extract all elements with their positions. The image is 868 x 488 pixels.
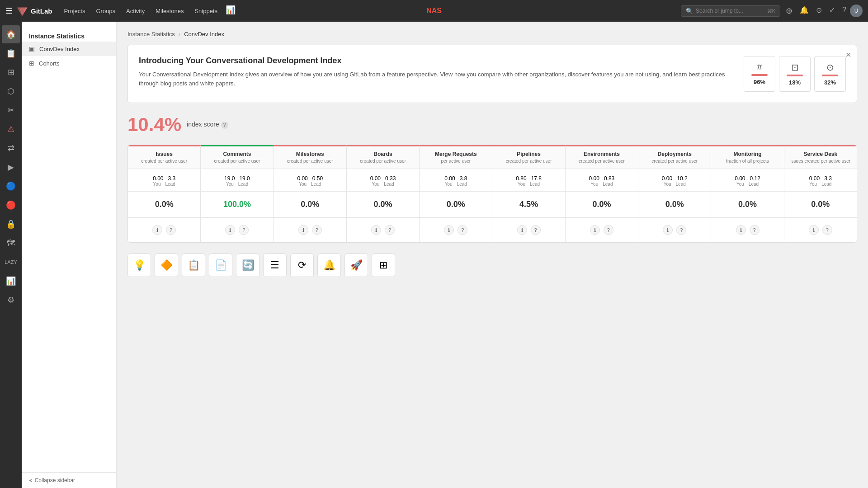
metric-help-btn-8[interactable]: ? (750, 225, 760, 235)
cycle-icon[interactable]: ⟳ (290, 253, 314, 277)
metric-pct-val-8: 0.0% (715, 196, 780, 213)
metric-help-btn-7[interactable]: ? (676, 225, 686, 235)
nav-groups[interactable]: Groups (91, 5, 120, 17)
banner-close-button[interactable]: ✕ (845, 51, 851, 59)
rail-groups[interactable]: ⊞ (2, 63, 20, 81)
metrics-pct-row: 0.0%100.0%0.0%0.0%0.0%4.5%0.0%0.0%0.0%0.… (128, 192, 857, 218)
metric-you-8: 0.00 (735, 175, 745, 182)
metric-values-1: 19.0 19.0 You Lead (201, 169, 274, 191)
list-icon[interactable]: 📋 (182, 253, 205, 277)
rail-mr[interactable]: ⇄ (2, 139, 20, 157)
hamburger-menu[interactable]: ☰ (5, 6, 13, 16)
stats-icon[interactable]: 📊 (226, 5, 236, 17)
nav-activity[interactable]: Activity (122, 5, 149, 17)
metric-info-btn-2[interactable]: ℹ (298, 225, 308, 235)
breadcrumb-parent[interactable]: Instance Statistics (127, 31, 175, 38)
issues-icon[interactable]: 🔔 (798, 4, 811, 18)
metric-help-btn-6[interactable]: ? (604, 225, 613, 235)
refresh-icon[interactable]: 🔄 (236, 253, 259, 277)
rail-milestones[interactable]: ⬡ (2, 82, 20, 100)
metric-info-btn-7[interactable]: ℹ (663, 225, 673, 235)
gitlab-logo[interactable]: GitLab (16, 5, 52, 17)
metric-help-btn-3[interactable]: ? (385, 225, 395, 235)
idea-icon[interactable]: 💡 (127, 253, 151, 277)
rail-analytics[interactable]: 📊 (2, 272, 20, 290)
collapse-sidebar-button[interactable]: « Collapse sidebar (22, 472, 116, 488)
nav-milestones[interactable]: Milestones (151, 5, 188, 17)
rail-activity[interactable]: 📋 (2, 44, 20, 62)
you-label-1: You (226, 182, 234, 187)
metric-help-btn-1[interactable]: ? (239, 225, 249, 235)
metric-header-9: Service Deskissues created per active us… (784, 145, 857, 169)
rail-pipelines[interactable]: ▶ (2, 158, 20, 176)
metric-help-btn-9[interactable]: ? (822, 225, 832, 235)
metric-icons-6: ℹ ? (566, 218, 638, 242)
index-percentage: 10.4% (127, 114, 181, 136)
rail-operations[interactable]: 🔴 (2, 196, 20, 214)
nav-snippets[interactable]: Snippets (190, 5, 222, 17)
metric-name-2: Milestones (278, 151, 343, 157)
metric-you-5: 0.80 (516, 175, 526, 182)
sidebar-item-convdev[interactable]: ▣ ConvDev Index (22, 42, 116, 56)
collapse-icon: « (29, 477, 32, 483)
rocket-icon[interactable]: 🚀 (344, 253, 368, 277)
metric-help-btn-2[interactable]: ? (312, 225, 322, 235)
banner-text: Introducing Your Conversational Developm… (139, 56, 733, 88)
nav-projects[interactable]: Projects (60, 5, 90, 17)
todos-icon[interactable]: ✓ (827, 4, 837, 18)
merge-icon[interactable]: ⊙ (814, 4, 824, 18)
metric-pct-5: 4.5% (492, 192, 565, 217)
metric-sub-3: created per active user (350, 158, 415, 164)
metric-icons-0: ℹ ? (128, 218, 201, 242)
rail-security[interactable]: 🔒 (2, 215, 20, 233)
rail-snippets[interactable]: ✂ (2, 101, 20, 119)
rail-issues[interactable]: ⚠ (2, 120, 20, 138)
metric-values-5: 0.80 17.8 You Lead (492, 169, 565, 191)
metric-pct-val-3: 0.0% (350, 196, 415, 213)
rail-lazy[interactable]: LAZY (2, 253, 20, 271)
sidebar-item-cohorts[interactable]: ⊞ Cohorts (22, 56, 116, 70)
index-help-icon[interactable]: ? (221, 122, 228, 129)
metric-info-btn-6[interactable]: ℹ (590, 225, 600, 235)
metric-help-btn-0[interactable]: ? (166, 225, 176, 235)
rail-settings[interactable]: ⚙ (2, 291, 20, 309)
rail-environments[interactable]: 🔵 (2, 177, 20, 195)
metrics-values-row: 0.00 3.3 You Lead 19.0 19.0 You Lead 0.0… (128, 169, 857, 192)
metric-pct-val-0: 0.0% (132, 196, 197, 213)
metric-help-btn-5[interactable]: ? (531, 225, 541, 235)
menu-icon[interactable]: ☰ (263, 253, 287, 277)
grid-icon[interactable]: ⊞ (372, 253, 395, 277)
metric-info-btn-8[interactable]: ℹ (736, 225, 746, 235)
center-text: NAS (426, 7, 442, 15)
metric-you-4: 0.00 (444, 175, 455, 182)
metric-info-btn-5[interactable]: ℹ (517, 225, 527, 235)
convdev-icon: ▣ (29, 45, 35, 52)
metric-sub-4: per active user (423, 158, 488, 164)
metric-pct-val-1: 100.0% (204, 196, 269, 213)
metrics-icons-row: ℹ ? ℹ ? ℹ ? ℹ ? ℹ ? ℹ ? ℹ ? ℹ ? (128, 218, 857, 242)
metric-info-btn-3[interactable]: ℹ (371, 225, 381, 235)
metric-info-btn-0[interactable]: ℹ (152, 225, 162, 235)
bell-icon[interactable]: 🔔 (317, 253, 341, 277)
rail-map[interactable]: 🗺 (2, 234, 20, 252)
metric-info-btn-4[interactable]: ℹ (444, 225, 454, 235)
avatar[interactable]: U (850, 5, 863, 17)
metric-help-btn-4[interactable]: ? (458, 225, 467, 235)
create-icon[interactable]: ⊕ (784, 4, 794, 18)
metric-icons-7: ℹ ? (638, 218, 711, 242)
search-box[interactable]: 🔍 ⌘K (681, 5, 780, 17)
help-icon[interactable]: ? (840, 4, 848, 18)
metric-name-4: Merge Requests (423, 151, 488, 157)
doc-icon[interactable]: 📄 (209, 253, 232, 277)
search-input[interactable] (696, 8, 764, 14)
stat-bar-0 (751, 74, 768, 76)
metric-lead-0: 3.3 (168, 175, 175, 182)
metric-info-btn-1[interactable]: ℹ (225, 225, 235, 235)
warning-icon[interactable]: 🔶 (155, 253, 178, 277)
bottom-icons-row: 💡🔶📋📄🔄☰⟳🔔🚀⊞ (127, 253, 857, 277)
sidebar-title: Instance Statistics (22, 29, 116, 42)
metric-info-btn-9[interactable]: ℹ (809, 225, 819, 235)
sidebar-label-convdev: ConvDev Index (39, 46, 80, 52)
main-content: Instance Statistics › ConvDev Index Intr… (117, 22, 868, 488)
rail-home[interactable]: 🏠 (2, 25, 20, 43)
